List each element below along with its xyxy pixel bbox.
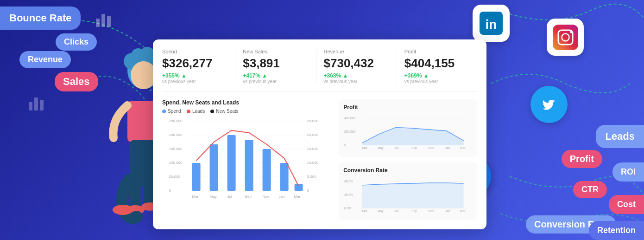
metric-new-sales-label: New Sales [243,49,308,54]
metric-new-sales-vs: vs previous year [243,79,308,84]
metric-revenue-vs: vs previous year [324,79,389,84]
dashboard-card: Spend $326,277 +355% ▲ vs previous year … [153,39,486,229]
metric-profit-vs: vs previous year [404,79,470,84]
svg-text:Jan: Jan [445,209,450,213]
tag-profit: Profit [562,150,602,168]
bar-chart-icon-mid [28,93,46,113]
svg-rect-47 [227,135,236,191]
svg-rect-3 [29,102,32,110]
svg-text:Jul: Jul [227,195,232,199]
tag-sales: Sales [55,72,98,91]
metric-profit: Profit $404,155 +369% ▲ vs previous year [397,49,477,84]
svg-text:Mar: Mar [192,195,199,199]
metric-profit-change: +369% ▲ [404,72,470,79]
svg-text:May: May [210,195,217,199]
svg-rect-2 [107,16,111,27]
svg-text:May: May [378,146,384,150]
twitter-icon [530,86,568,123]
svg-text:Nov: Nov [429,146,435,149]
svg-text:Jan: Jan [445,146,450,149]
svg-text:Jan: Jan [279,195,285,199]
svg-rect-0 [96,19,100,27]
svg-text:40.0%: 40.0% [344,180,353,183]
svg-text:May: May [378,209,384,213]
tag-roi: ROI [612,162,644,182]
chart-conversion-title: Conversion Rate [343,167,473,174]
metric-new-sales: New Sales $3,891 +417% ▲ vs previous yea… [235,49,316,84]
svg-text:50,000: 50,000 [169,175,181,179]
chart-profit-title: Profit [343,104,473,110]
svg-text:0.0%: 0.0% [344,207,351,210]
svg-point-26 [113,205,133,215]
chart-conversion-container: Conversion Rate 40.0% 20.0% 0.0% Mar May… [339,162,477,220]
svg-text:in: in [486,17,497,32]
metric-spend-change: +355% ▲ [162,72,227,79]
svg-rect-5 [40,100,44,110]
svg-text:Sep: Sep [411,146,417,150]
svg-text:0: 0 [169,188,171,193]
svg-rect-4 [34,97,38,110]
legend-leads: Leads [187,109,205,114]
svg-rect-8 [553,25,578,50]
bar-chart-icon-top [95,9,114,30]
svg-text:Mar: Mar [362,209,368,213]
tag-bounce-rate: Bounce Rate [0,6,81,30]
svg-text:200,000: 200,000 [169,133,183,137]
svg-text:20.0%: 20.0% [344,193,353,196]
svg-text:0: 0 [344,143,346,147]
metric-revenue-label: Revenue [324,49,389,54]
metric-revenue-value: $730,432 [324,56,389,71]
svg-text:15,000: 15,000 [307,147,319,151]
svg-text:100,000: 100,000 [169,161,183,165]
metrics-row: Spend $326,277 +355% ▲ vs previous year … [162,49,477,92]
legend-new-seats: New Seats [210,109,238,114]
svg-text:Mar: Mar [294,195,301,199]
svg-rect-45 [192,163,201,191]
svg-text:25,000: 25,000 [307,119,319,123]
metric-spend-label: Spend [162,49,227,54]
legend-spend: Spend [162,109,181,114]
svg-text:Jul: Jul [395,209,399,213]
metric-new-sales-value: $3,891 [243,56,308,71]
svg-text:Jul: Jul [395,146,399,149]
tag-revenue: Revenue [19,51,71,68]
charts-row: Spend, New Seats and Leads Spend Leads N… [162,99,477,220]
svg-text:20,000: 20,000 [307,133,319,137]
tag-clicks: Clicks [56,33,97,51]
tag-leads: Leads [596,125,644,148]
svg-text:Sep: Sep [411,209,417,213]
svg-text:Nov: Nov [429,209,435,213]
chart-spend-leads: Spend, New Seats and Leads Spend Leads N… [162,99,331,220]
metric-spend: Spend $326,277 +355% ▲ vs previous year [162,49,235,84]
svg-rect-50 [280,163,289,191]
metric-revenue: Revenue $730,432 +363% ▲ vs previous yea… [316,49,397,84]
metric-revenue-change: +363% ▲ [324,72,389,79]
tag-ctr: CTR [573,181,607,198]
svg-point-11 [570,31,572,33]
tag-cost: Cost [609,195,644,214]
metric-spend-value: $326,277 [162,56,227,71]
svg-text:0: 0 [307,188,309,193]
chart-spend-title: Spend, New Seats and Leads [162,99,331,106]
metric-profit-value: $404,155 [404,56,470,71]
svg-text:Sep: Sep [245,195,252,199]
metric-new-sales-change: +417% ▲ [243,72,308,79]
svg-rect-48 [245,140,253,191]
profit-chart-svg: 400,000 200,000 0 Mar May Jul Sep Nov Ja… [343,113,473,150]
svg-text:Mar: Mar [362,146,368,149]
svg-text:250,000: 250,000 [169,119,183,123]
svg-text:150,000: 150,000 [169,147,183,151]
metric-profit-label: Profit [404,49,470,54]
svg-rect-1 [101,14,105,27]
linkedin-icon: in [473,5,510,42]
instagram-icon [547,19,584,56]
svg-rect-49 [263,149,271,191]
svg-text:Mar: Mar [460,146,466,149]
svg-text:10,000: 10,000 [307,161,319,165]
svg-text:Mar: Mar [460,209,466,213]
chart-spend-legend: Spend Leads New Seats [162,109,331,114]
svg-text:400,000: 400,000 [344,117,356,120]
svg-text:5,000: 5,000 [307,175,317,179]
svg-rect-46 [210,144,218,191]
svg-text:200,000: 200,000 [344,130,356,133]
